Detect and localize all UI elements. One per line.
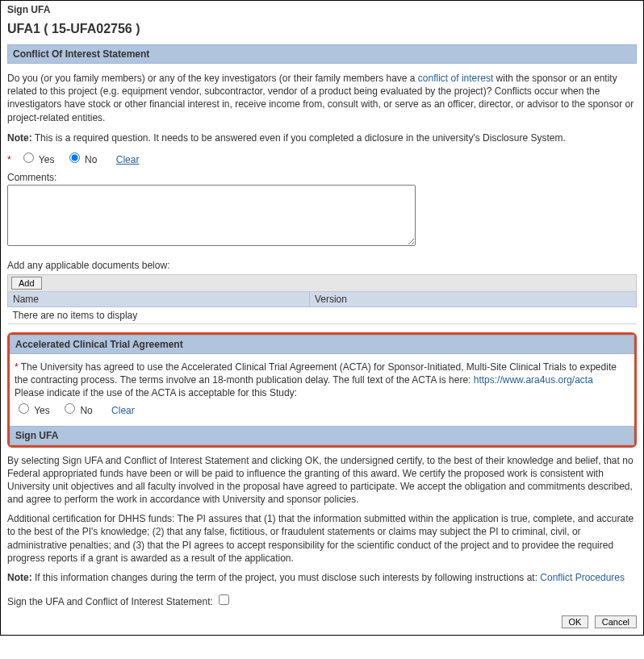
documents-add-row: Add [8, 274, 637, 291]
acta-link[interactable]: https://www.ara4us.org/acta [474, 374, 593, 386]
acta-clear-link[interactable]: Clear [111, 405, 135, 416]
add-document-button[interactable]: Add [11, 277, 42, 290]
sign-note-text: If this information changes during the t… [32, 572, 541, 583]
acta-body: * The University has agreed to use the A… [10, 354, 634, 426]
coi-note-label: Note: [7, 132, 32, 144]
coi-yes-radio[interactable] [23, 152, 34, 163]
coi-text-pre: Do you (or you family members) or any of… [7, 73, 418, 84]
coi-no-label: No [85, 154, 97, 165]
comments-label: Comments: [7, 172, 637, 183]
coi-note: Note: This is a required question. It ne… [7, 132, 637, 144]
conflict-of-interest-link[interactable]: conflict of interest [418, 73, 493, 84]
acta-section-header: Accelerated Clinical Trial Agreement [10, 335, 634, 354]
documents-col-version: Version [309, 291, 636, 307]
acta-question: Please indicate if the use of the ACTA i… [15, 387, 297, 398]
coi-no-radio[interactable] [69, 152, 80, 163]
sign-ufa-section-header: Sign UFA [10, 426, 634, 445]
acta-yes-radio[interactable] [19, 403, 29, 414]
acta-yes-label: Yes [34, 405, 50, 416]
certification-text-2: Additional certification for DHHS funds:… [7, 512, 637, 565]
required-asterisk: * [7, 154, 11, 165]
documents-empty-row: There are no items to display [8, 307, 637, 323]
documents-table: Add Name Version There are no items to d… [7, 274, 637, 324]
sign-note-label: Note: [7, 572, 32, 583]
documents-empty-text: There are no items to display [8, 307, 637, 323]
cancel-button[interactable]: Cancel [595, 615, 637, 628]
coi-clear-link[interactable]: Clear [116, 154, 140, 165]
acta-no-radio[interactable] [65, 403, 75, 414]
coi-radio-row: * Yes No Clear [7, 150, 637, 165]
acta-highlight-box: Accelerated Clinical Trial Agreement * T… [7, 332, 637, 448]
documents-header-row: Name Version [8, 291, 637, 307]
coi-yes-label: Yes [39, 154, 55, 165]
sign-checkbox-label: Sign the UFA and Conflict of Interest St… [7, 596, 215, 607]
acta-radio-row: Yes No Clear [15, 401, 629, 417]
sign-ufa-checkbox[interactable] [219, 594, 229, 605]
ufa-identifier: UFA1 ( 15-UFA02756 ) [7, 22, 637, 36]
documents-col-name: Name [8, 291, 310, 307]
sign-ufa-page: Sign UFA UFA1 ( 15-UFA02756 ) Conflict O… [0, 0, 644, 636]
certification-text-1: By selecting Sign UFA and Conflict of In… [7, 454, 637, 507]
comments-textarea[interactable] [7, 185, 416, 246]
sign-checkbox-row: Sign the UFA and Conflict of Interest St… [7, 592, 637, 607]
coi-note-text: This is a required question. It needs to… [32, 132, 566, 144]
sign-note: Note: If this information changes during… [7, 571, 637, 584]
acta-no-label: No [80, 405, 92, 416]
add-documents-label: Add any applicable documents below: [7, 260, 637, 271]
page-title: Sign UFA [7, 4, 637, 15]
conflict-procedures-link[interactable]: Conflict Procedures [540, 572, 625, 583]
coi-section-header: Conflict Of Interest Statement [7, 44, 637, 64]
coi-description: Do you (or you family members) or any of… [7, 72, 637, 124]
dialog-buttons: OK Cancel [7, 615, 637, 628]
ok-button[interactable]: OK [562, 615, 589, 628]
